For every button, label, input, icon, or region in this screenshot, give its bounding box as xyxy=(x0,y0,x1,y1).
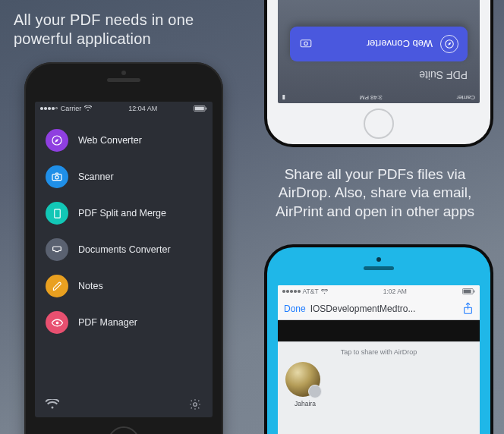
phone-sensor-dot xyxy=(376,257,381,262)
wifi-icon xyxy=(84,105,92,112)
phone-left-screen: Carrier 12:04 AM Web Converter Scanner xyxy=(35,102,213,417)
phone-right-top-frame: Carrier 3:48 PM ▮ PDF Suite Web Converte… xyxy=(264,0,493,147)
svg-rect-10 xyxy=(301,40,311,47)
menu-item-pdf-manager[interactable]: PDF Manager xyxy=(46,311,202,334)
screen-title: PDF Suite xyxy=(290,69,468,81)
svg-point-8 xyxy=(194,403,197,407)
carrier-label: AT&T xyxy=(303,288,319,295)
inbox-icon xyxy=(46,238,68,261)
menu-item-web-converter[interactable]: Web Converter xyxy=(46,129,202,152)
wifi-icon[interactable] xyxy=(46,399,59,410)
menu-item-split-merge[interactable]: PDF Split and Merge xyxy=(46,202,202,225)
card-web-converter[interactable]: Web Converter xyxy=(290,27,468,61)
status-time: 12:04 AM xyxy=(92,105,194,112)
menu-item-label: Documents Converter xyxy=(78,244,171,255)
camera-icon xyxy=(299,37,313,51)
status-bar: AT&T 1:02 AM xyxy=(278,285,480,297)
battery-icon xyxy=(194,105,207,112)
phone-sensor-dot xyxy=(121,71,126,75)
gear-icon[interactable] xyxy=(188,398,202,411)
eye-icon xyxy=(46,311,68,334)
svg-point-11 xyxy=(304,42,308,46)
battery-icon xyxy=(462,288,475,294)
content-preview-bar xyxy=(278,320,480,341)
done-button[interactable]: Done xyxy=(284,303,306,314)
file-icon xyxy=(46,202,68,225)
svg-point-5 xyxy=(55,176,58,179)
svg-rect-6 xyxy=(54,209,60,217)
compass-icon xyxy=(46,129,68,152)
share-sheet: Tap to share with AirDrop Jahaira xyxy=(278,341,480,434)
menu-item-label: Notes xyxy=(78,281,103,291)
tagline-right: Share all your PDFs files via AirDrop. A… xyxy=(261,165,489,221)
svg-rect-14 xyxy=(474,290,474,292)
menu-item-label: PDF Split and Merge xyxy=(78,208,166,219)
phone-right-top-screen: Carrier 3:48 PM ▮ PDF Suite Web Converte… xyxy=(278,0,480,103)
svg-rect-13 xyxy=(464,290,471,294)
airdrop-contact[interactable]: Jahaira xyxy=(285,362,325,407)
signal-dots-icon xyxy=(282,290,301,293)
menu-item-label: Web Converter xyxy=(78,135,142,146)
svg-rect-4 xyxy=(52,175,61,181)
status-time: 1:02 AM xyxy=(383,288,407,295)
phone-right-bottom-screen: AT&T 1:02 AM Done IOSDevelopmentMedtro..… xyxy=(278,285,480,434)
phone-left-frame: Carrier 12:04 AM Web Converter Scanner xyxy=(24,62,223,434)
menu-item-documents-converter[interactable]: Documents Converter xyxy=(46,238,202,261)
menu-item-scanner[interactable]: Scanner xyxy=(46,165,202,188)
phone-earpiece xyxy=(107,78,140,82)
svg-rect-2 xyxy=(206,107,206,109)
share-icon[interactable] xyxy=(462,302,474,315)
menu-item-notes[interactable]: Notes xyxy=(46,275,202,297)
status-bar: Carrier 3:48 PM ▮ xyxy=(278,92,480,103)
compass-icon xyxy=(440,35,458,53)
nav-bar: Done IOSDevelopmentMedtro... xyxy=(278,297,480,320)
airdrop-hint: Tap to share with AirDrop xyxy=(285,348,472,356)
home-button[interactable] xyxy=(108,426,140,434)
battery-icon: ▮ xyxy=(282,94,285,101)
menu-item-label: Scanner xyxy=(78,171,114,182)
pencil-icon xyxy=(46,275,68,297)
contact-name: Jahaira xyxy=(285,400,325,407)
carrier-label: Carrier xyxy=(61,105,82,112)
phone-earpiece xyxy=(364,266,394,270)
svg-point-7 xyxy=(55,321,58,324)
status-bar: Carrier 12:04 AM xyxy=(35,102,213,115)
status-time: 3:48 PM xyxy=(360,94,383,101)
carrier-label: Carrier xyxy=(457,94,475,101)
tagline-left: All your PDF needs in one powerful appli… xyxy=(14,11,211,49)
card-label: Web Converter xyxy=(367,39,433,50)
signal-dots-icon xyxy=(40,107,58,110)
home-button[interactable] xyxy=(364,108,394,139)
svg-rect-1 xyxy=(195,107,204,111)
nav-title: IOSDevelopmentMedtro... xyxy=(310,303,458,314)
wifi-icon xyxy=(321,289,328,294)
bottom-bar xyxy=(35,392,213,417)
main-menu: Web Converter Scanner PDF Split and Merg… xyxy=(35,115,213,392)
avatar xyxy=(285,362,320,397)
camera-icon xyxy=(46,165,68,188)
menu-item-label: PDF Manager xyxy=(78,317,137,328)
